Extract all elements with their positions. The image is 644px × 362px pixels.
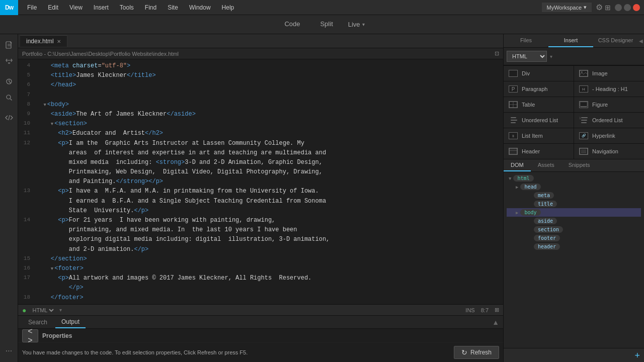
- file-tab[interactable]: index.html ✕: [20, 35, 67, 47]
- html-tag[interactable]: html: [513, 175, 533, 182]
- section-tag[interactable]: section: [534, 226, 563, 233]
- close-button[interactable]: [633, 4, 640, 11]
- left-sidebar: ···: [0, 34, 18, 362]
- bottom-panel-collapse-icon[interactable]: ▲: [488, 316, 503, 328]
- insert-figure[interactable]: Figure: [574, 97, 644, 112]
- grid-icon[interactable]: ⊞: [605, 4, 611, 12]
- body-expand-arrow[interactable]: ▶: [516, 210, 518, 215]
- workspace-button[interactable]: MyWorkspace ▾: [542, 3, 592, 12]
- meta-tag[interactable]: meta: [534, 192, 554, 199]
- search-tab[interactable]: Search: [22, 317, 53, 328]
- html-type-dropdown[interactable]: HTML jQuery Bootstrap: [507, 51, 547, 62]
- insert-ordered-list[interactable]: 1 Ordered List: [574, 113, 644, 128]
- dom-node-title[interactable]: title: [507, 200, 641, 208]
- split-mode-button[interactable]: Split: [310, 17, 343, 32]
- insert-table[interactable]: Table: [504, 97, 574, 112]
- dom-node-html[interactable]: ▼ html: [507, 174, 641, 183]
- menu-items: File Edit View Insert Tools Find Site Wi…: [18, 2, 239, 13]
- dom-node-footer[interactable]: footer: [507, 234, 641, 242]
- live-mode-button[interactable]: Live ▾: [343, 18, 370, 31]
- dom-node-header[interactable]: header: [507, 242, 641, 251]
- table-icon: [509, 101, 518, 108]
- aside-tag[interactable]: aside: [534, 218, 557, 224]
- insert-div-label: Div: [522, 70, 530, 76]
- menu-insert[interactable]: Insert: [89, 2, 114, 13]
- code-editor[interactable]: 4 <meta charset="utf-8"> 5 <title>James …: [18, 59, 503, 304]
- dom-node-body[interactable]: ▶ body: [507, 208, 641, 217]
- insert-image[interactable]: Image: [574, 66, 644, 81]
- sidebar-arrows-icon[interactable]: [2, 54, 16, 68]
- dom-tab[interactable]: DOM: [504, 159, 531, 171]
- insert-div[interactable]: Div: [504, 66, 574, 81]
- dom-node-meta[interactable]: meta: [507, 191, 641, 200]
- refresh-button[interactable]: ↻ Refresh: [454, 346, 499, 359]
- header-tag[interactable]: header: [534, 243, 560, 250]
- code-view-button[interactable]: < >: [22, 329, 38, 342]
- tab-close-button[interactable]: ✕: [57, 39, 61, 44]
- svg-rect-15: [509, 148, 517, 154]
- insert-tab[interactable]: Insert: [548, 34, 593, 47]
- sidebar-code-icon[interactable]: [2, 111, 16, 125]
- main-layout: ··· index.html ✕ Portfolio - C:\Users\Ja…: [0, 34, 644, 362]
- insert-hyperlink[interactable]: 🔗 Hyperlink: [574, 128, 644, 143]
- right-panel-collapse-icon[interactable]: ◀: [638, 34, 644, 47]
- code-line-12b: areas of interest and expertise in art a…: [18, 148, 503, 158]
- code-line-6: 6 </head>: [18, 80, 503, 90]
- code-line-14: 14 <p>For 21 years I have been working w…: [18, 216, 503, 225]
- sidebar-search-icon[interactable]: [2, 90, 16, 105]
- sidebar-files-icon[interactable]: [2, 38, 16, 52]
- dom-node-head[interactable]: ▶ head: [507, 183, 641, 191]
- insert-heading[interactable]: H - Heading : H1: [574, 81, 644, 97]
- editor-area: index.html ✕ Portfolio - C:\Users\James\…: [18, 34, 503, 362]
- insert-navigation[interactable]: Navigation: [574, 144, 644, 159]
- minimize-button[interactable]: [615, 4, 622, 11]
- output-tab[interactable]: Output: [55, 316, 86, 328]
- menu-site[interactable]: Site: [163, 2, 183, 13]
- menu-edit[interactable]: Edit: [43, 2, 63, 13]
- menu-tools[interactable]: Tools: [115, 2, 139, 13]
- unordered-list-icon: [509, 117, 518, 124]
- sidebar-more-icon[interactable]: ···: [2, 344, 16, 358]
- code-line-13: 13 <p>I have a M.F.A. and M.A. in printm…: [18, 187, 503, 196]
- insert-header[interactable]: Header: [504, 144, 574, 159]
- code-line-17b: </p>: [18, 283, 503, 293]
- insert-paragraph[interactable]: P Paragraph: [504, 81, 574, 97]
- dom-node-section[interactable]: section: [507, 225, 641, 234]
- menu-find[interactable]: Find: [140, 2, 162, 13]
- code-line-17: 17 <p>All artwork and images © 2017 Jame…: [18, 274, 503, 283]
- right-content-top: HTML jQuery Bootstrap ▾: [504, 48, 644, 65]
- html-expand-arrow[interactable]: ▼: [509, 176, 511, 181]
- insert-unordered-list-label: Unordered List: [522, 117, 558, 123]
- body-tag[interactable]: body: [520, 209, 540, 216]
- dom-section: DOM Assets Snippets ▼ html ▶ head: [504, 159, 644, 348]
- head-expand-arrow[interactable]: ▶: [516, 185, 518, 190]
- head-tag[interactable]: head: [520, 184, 540, 190]
- language-selector[interactable]: HTML: [30, 307, 55, 314]
- menu-window[interactable]: Window: [184, 2, 216, 13]
- code-line-4: 4 <meta charset="utf-8">: [18, 61, 503, 71]
- menu-view[interactable]: View: [64, 2, 88, 13]
- dom-add-button[interactable]: +: [634, 351, 640, 360]
- workspace-arrow: ▾: [584, 4, 587, 11]
- sidebar-assets-icon[interactable]: [2, 74, 16, 88]
- menu-file[interactable]: File: [22, 2, 42, 13]
- snippets-tab[interactable]: Snippets: [561, 159, 597, 171]
- footer-tag[interactable]: footer: [534, 235, 560, 241]
- collapse-icon[interactable]: ⊡: [495, 50, 499, 57]
- code-line-11: 11 <h2>Educator and Artist</h2>: [18, 129, 503, 138]
- insert-list-item[interactable]: li List Item: [504, 128, 574, 143]
- list-item-icon: li: [509, 132, 518, 139]
- dom-node-aside[interactable]: aside: [507, 217, 641, 225]
- code-line-18: 18 </footer>: [18, 293, 503, 303]
- settings-icon[interactable]: ⚙: [596, 3, 603, 12]
- menu-help[interactable]: Help: [217, 2, 239, 13]
- code-mode-button[interactable]: Code: [274, 17, 310, 32]
- css-designer-tab[interactable]: CSS Designer: [593, 34, 638, 47]
- maximize-button[interactable]: [624, 4, 631, 11]
- files-tab[interactable]: Files: [504, 34, 548, 47]
- insert-unordered-list[interactable]: Unordered List: [504, 113, 574, 128]
- assets-tab[interactable]: Assets: [531, 159, 561, 171]
- right-panel-tabs: Files Insert CSS Designer ◀: [504, 34, 644, 48]
- title-tag[interactable]: title: [534, 201, 557, 207]
- figure-icon: [579, 101, 588, 108]
